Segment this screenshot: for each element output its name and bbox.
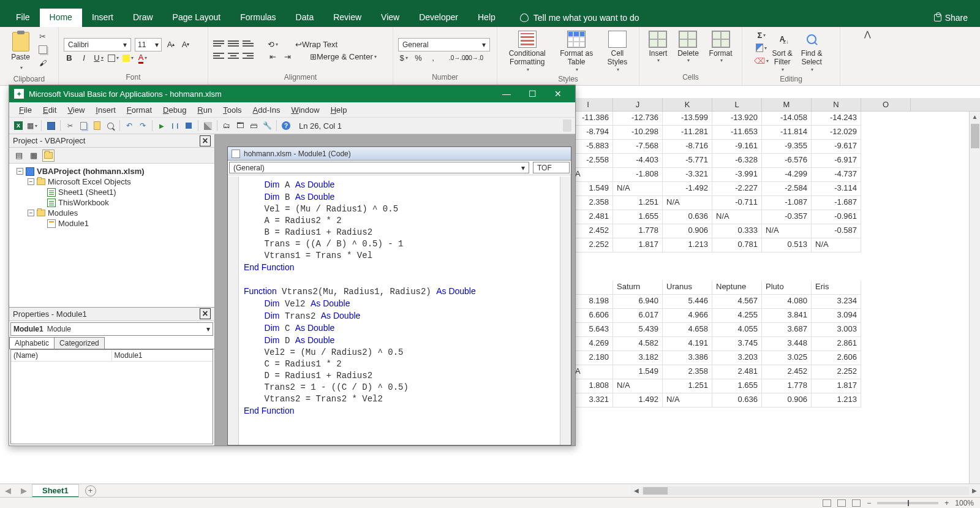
tree-toggle-icon[interactable]: − xyxy=(28,178,34,185)
view-object-icon[interactable]: ▦ xyxy=(28,150,40,162)
tab-file[interactable]: File xyxy=(6,9,40,27)
tab-categorized[interactable]: Categorized xyxy=(54,337,105,349)
cell[interactable]: 2.481 xyxy=(712,365,762,379)
tab-alphabetic[interactable]: Alphabetic xyxy=(9,337,55,349)
cell[interactable]: -3.991 xyxy=(712,168,762,182)
cell[interactable]: 0.781 xyxy=(712,238,762,252)
increase-font-icon[interactable]: A▴ xyxy=(165,39,176,50)
format-as-table-button[interactable]: Format as Table xyxy=(556,29,597,74)
cell[interactable]: 3.448 xyxy=(762,337,812,351)
cell[interactable]: -3.321 xyxy=(663,168,712,182)
italic-button[interactable]: I xyxy=(78,53,89,64)
properties-grid[interactable]: (Name)Module1 xyxy=(10,349,213,445)
cell[interactable]: 3.182 xyxy=(613,351,663,365)
cell[interactable]: -14.243 xyxy=(812,112,861,126)
tab-data[interactable]: Data xyxy=(286,9,324,27)
vba-menu-file[interactable]: File xyxy=(14,104,37,116)
cell[interactable]: -3.114 xyxy=(812,182,861,196)
cell[interactable]: 1.251 xyxy=(663,379,712,393)
cell[interactable]: -0.587 xyxy=(812,224,861,238)
project-pane-title[interactable]: Project - VBAProject × xyxy=(9,134,214,148)
col-header-K[interactable]: K xyxy=(663,98,712,111)
cell[interactable]: -6.576 xyxy=(762,154,812,168)
paste-button[interactable]: Paste xyxy=(9,29,32,74)
vba-menu-debug[interactable]: Debug xyxy=(158,104,191,116)
vba-titlebar[interactable]: ✦ Microsoft Visual Basic for Application… xyxy=(9,85,575,102)
cell[interactable]: Pluto xyxy=(762,281,812,295)
project-explorer-icon[interactable]: 🗂 xyxy=(221,120,232,131)
project-root[interactable]: VBAProject (hohmann.xlsm) xyxy=(37,167,145,176)
code-procedure-select[interactable]: TOF xyxy=(533,162,570,173)
vba-design-mode-icon[interactable] xyxy=(202,120,213,131)
horizontal-scrollbar[interactable]: ◀ ▶ xyxy=(631,486,980,496)
code-editor[interactable]: Dim A As Double Dim B As Double Vel = (M… xyxy=(239,176,560,445)
cell[interactable]: -6.328 xyxy=(712,154,762,168)
cell[interactable]: 1.778 xyxy=(613,224,663,238)
cell[interactable]: 0.333 xyxy=(712,224,762,238)
cell[interactable]: Neptune xyxy=(712,281,762,295)
vba-paste-icon[interactable] xyxy=(91,120,102,131)
modules-folder[interactable]: Modules xyxy=(48,208,78,218)
decrease-indent-icon[interactable]: ⇤ xyxy=(267,51,278,63)
vba-menu-run[interactable]: Run xyxy=(192,104,217,116)
sort-filter-button[interactable]: Sort & Filter xyxy=(768,29,796,74)
cell[interactable]: 2.452 xyxy=(762,365,812,379)
format-painter-icon[interactable] xyxy=(37,58,48,69)
cell-styles-button[interactable]: Cell Styles xyxy=(604,29,631,74)
vba-break-icon[interactable] xyxy=(170,120,181,131)
cell[interactable]: -11.814 xyxy=(762,126,812,140)
toolbox-icon[interactable]: 🔧 xyxy=(262,120,273,131)
vba-cut-icon[interactable] xyxy=(64,120,75,131)
cell[interactable]: 1.492 xyxy=(613,393,663,408)
cell[interactable]: 3.025 xyxy=(762,351,812,365)
cell[interactable]: -0.357 xyxy=(762,210,812,224)
accounting-format-icon[interactable]: $ xyxy=(398,53,409,64)
sheet-nav-next-icon[interactable]: ▶ xyxy=(16,486,32,495)
cell[interactable]: -5.771 xyxy=(663,154,712,168)
cell[interactable]: Eris xyxy=(812,281,861,295)
vba-menu-add-ins[interactable]: Add-Ins xyxy=(248,104,285,116)
cell[interactable]: -12.029 xyxy=(812,126,861,140)
cell[interactable]: -13.599 xyxy=(663,112,712,126)
vba-menu-format[interactable]: Format xyxy=(122,104,157,116)
tab-insert[interactable]: Insert xyxy=(82,9,123,27)
tab-formulas[interactable]: Formulas xyxy=(230,9,285,27)
cell[interactable]: -10.298 xyxy=(613,126,663,140)
cell[interactable]: 5.446 xyxy=(663,295,712,309)
cell[interactable]: 0.636 xyxy=(712,393,762,408)
project-tree[interactable]: −VBAProject (hohmann.xlsm) −Microsoft Ex… xyxy=(9,164,214,307)
cell[interactable]: -8.716 xyxy=(663,140,712,154)
prop-name-value[interactable]: Module1 xyxy=(112,350,213,361)
cell[interactable]: 3.687 xyxy=(762,323,812,337)
tab-review[interactable]: Review xyxy=(323,9,371,27)
font-name-select[interactable]: Calibri▾ xyxy=(64,38,131,51)
cell[interactable]: 6.017 xyxy=(613,309,663,323)
cell[interactable]: -11.281 xyxy=(663,126,712,140)
conditional-formatting-button[interactable]: Conditional Formatting xyxy=(505,29,549,74)
cells-grid[interactable]: -11.386-12.736-13.599-13.920-14.058-14.2… xyxy=(564,112,969,408)
cell[interactable]: -0.711 xyxy=(712,196,762,210)
cell[interactable]: -4.403 xyxy=(613,154,663,168)
font-size-select[interactable]: 11▾ xyxy=(135,38,162,51)
cell[interactable]: -0.961 xyxy=(812,210,861,224)
find-select-button[interactable]: Find & Select xyxy=(797,29,826,74)
vba-maximize-button[interactable]: ☐ xyxy=(520,86,545,101)
zoom-level[interactable]: 100% xyxy=(955,499,974,507)
excel-objects-folder[interactable]: Microsoft Excel Objects xyxy=(48,177,131,186)
wrap-text-button[interactable]: ↩ Wrap Text xyxy=(295,39,337,50)
vba-copy-icon[interactable] xyxy=(78,120,89,131)
cell[interactable]: 1.251 xyxy=(613,196,663,210)
cell[interactable]: 3.745 xyxy=(712,337,762,351)
cell[interactable]: Uranus xyxy=(663,281,712,295)
tab-draw[interactable]: Draw xyxy=(123,9,163,27)
cell[interactable]: 1.778 xyxy=(762,379,812,393)
fill-color-button[interactable] xyxy=(123,53,134,64)
increase-decimal-icon[interactable]: .0→.00 xyxy=(453,53,464,64)
cell[interactable]: 3.003 xyxy=(812,323,861,337)
borders-button[interactable] xyxy=(108,53,119,64)
copy-icon[interactable] xyxy=(39,45,47,54)
delete-cells-button[interactable]: Delete xyxy=(674,29,703,72)
zoom-out-icon[interactable]: − xyxy=(867,499,871,507)
code-window-title[interactable]: hohmann.xlsm - Module1 (Code) xyxy=(228,147,571,161)
save-icon[interactable] xyxy=(45,120,56,131)
